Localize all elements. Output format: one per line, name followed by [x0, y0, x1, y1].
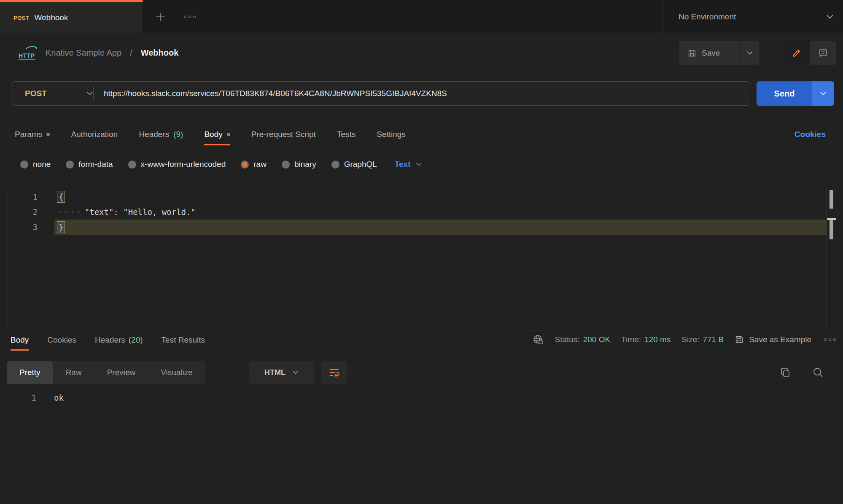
response-tab-body[interactable]: Body [11, 330, 29, 351]
tab-method-badge: POST [13, 15, 29, 21]
ellipsis-icon [184, 16, 196, 18]
line-number: 1 [8, 192, 38, 201]
tab-options-button[interactable] [177, 0, 202, 33]
open-request-tab[interactable]: POST Webhook [0, 0, 143, 33]
edit-documentation-button[interactable] [783, 41, 810, 65]
response-header: Body Cookies Headers (20) Test Results [0, 330, 843, 351]
comments-button[interactable] [810, 41, 836, 65]
raw-format-selector[interactable]: Text [395, 160, 423, 169]
tab-bar: POST Webhook No Environment [0, 0, 843, 33]
breadcrumb-separator: / [130, 48, 132, 58]
radio-selected-icon [241, 161, 249, 169]
size-indicator: Size: 771 B [681, 335, 724, 344]
ellipsis-icon [824, 338, 836, 341]
response-options-button[interactable] [822, 337, 838, 343]
mode-graphql[interactable]: GraphQL [331, 160, 377, 169]
scrollbar-marker [830, 190, 833, 209]
line-number: 2 [8, 207, 38, 217]
method-selector[interactable]: POST [11, 89, 93, 98]
wrap-lines-button[interactable] [321, 361, 347, 384]
send-button-group: Send [757, 81, 834, 106]
request-body-editor[interactable]: 1 { 2 ····"text": "Hello, world." 3 } [8, 189, 836, 330]
response-toolbar: Pretty Raw Preview Visualize HTML [0, 361, 843, 384]
status-value: 200 OK [583, 335, 610, 344]
mode-x-www-form-urlencoded[interactable]: x-www-form-urlencoded [128, 160, 226, 169]
mode-form-data[interactable]: form-data [66, 160, 113, 169]
response-tab-cookies[interactable]: Cookies [47, 330, 76, 351]
matched-bracket: } [57, 221, 65, 233]
response-headers-count: (20) [129, 335, 143, 345]
breadcrumb-collection[interactable]: Knative Sample App [46, 48, 121, 58]
save-label: Save [702, 48, 720, 58]
response-text: ok [54, 393, 64, 402]
new-tab-button[interactable] [150, 0, 171, 33]
response-tab-headers[interactable]: Headers (20) [95, 330, 143, 351]
time-value: 120 ms [644, 335, 671, 344]
url-input[interactable]: https://hooks.slack.com/services/T06TD83… [94, 89, 750, 98]
radio-icon [331, 161, 339, 169]
save-button[interactable]: Save [679, 41, 740, 65]
chevron-down-icon [820, 91, 827, 96]
chevron-down-icon [826, 14, 834, 19]
send-options-button[interactable] [812, 81, 834, 106]
search-icon [812, 367, 824, 378]
save-button-group: Save [679, 41, 759, 65]
tab-pre-request-script[interactable]: Pre-request Script [251, 125, 316, 145]
environment-label: No Environment [679, 12, 826, 21]
save-as-example-button[interactable]: Save as Example [735, 335, 811, 344]
mode-binary[interactable]: binary [282, 160, 316, 169]
editor-scrollbar[interactable] [827, 189, 836, 330]
headers-count: (9) [173, 130, 183, 139]
send-button[interactable]: Send [757, 81, 812, 106]
line-number: 3 [8, 223, 38, 232]
code-text: "text": "Hello, world." [85, 207, 196, 217]
response-meta: Status: 200 OK Time: 120 ms Size: 771 B … [533, 330, 838, 349]
plus-icon [155, 11, 166, 22]
scrollbar-marker [830, 220, 833, 239]
postman-window: POST Webhook No Environment HTTP [0, 0, 843, 504]
body-mode-row: none form-data x-www-form-urlencoded raw… [0, 155, 843, 174]
whitespace-dots: ···· [57, 207, 83, 217]
chevron-down-icon [746, 51, 753, 55]
chevron-down-icon [86, 91, 93, 96]
editor-line-active: 3 } [8, 220, 836, 235]
tab-headers[interactable]: Headers (9) [139, 125, 183, 145]
response-view-switcher: Pretty Raw Preview Visualize [7, 361, 205, 384]
editor-line: 1 { [8, 189, 836, 204]
environment-selector[interactable]: No Environment [662, 0, 843, 33]
response-tab-test-results[interactable]: Test Results [162, 330, 205, 351]
copy-response-button[interactable] [776, 361, 795, 384]
cookies-link[interactable]: Cookies [795, 125, 826, 144]
view-pretty-button[interactable]: Pretty [7, 361, 53, 384]
tab-title: Webhook [34, 13, 68, 22]
green-dot-indicator [227, 133, 230, 136]
view-preview-button[interactable]: Preview [94, 361, 148, 384]
matched-bracket: { [57, 191, 65, 203]
tab-params[interactable]: Params [15, 125, 50, 145]
breadcrumb: HTTP Knative Sample App / Webhook [19, 33, 178, 72]
radio-icon [128, 161, 136, 169]
view-visualize-button[interactable]: Visualize [148, 361, 205, 384]
mode-none[interactable]: none [20, 160, 51, 169]
green-dot-indicator [46, 133, 50, 136]
http-arrow-icon [25, 45, 38, 50]
search-response-button[interactable] [809, 361, 827, 384]
method-label: POST [25, 89, 86, 98]
text-wrap-icon [329, 367, 340, 378]
tab-authorization[interactable]: Authorization [71, 125, 118, 145]
tab-body[interactable]: Body [204, 125, 230, 145]
url-builder-row: POST https://hooks.slack.com/services/T0… [0, 81, 843, 106]
side-panel-toggle-group [783, 41, 836, 65]
url-input-box: POST https://hooks.slack.com/services/T0… [11, 81, 750, 106]
breadcrumb-request-name[interactable]: Webhook [141, 48, 179, 58]
mode-raw[interactable]: raw [241, 160, 267, 169]
response-format-selector[interactable]: HTML [249, 361, 314, 384]
tab-settings[interactable]: Settings [377, 125, 406, 145]
response-body-viewer[interactable]: 1 ok [0, 389, 843, 406]
editor-line: 2 ····"text": "Hello, world." [8, 204, 836, 220]
request-actions: Save [679, 41, 836, 65]
view-raw-button[interactable]: Raw [53, 361, 94, 384]
tab-tests[interactable]: Tests [337, 125, 356, 145]
copy-icon [779, 367, 791, 378]
save-options-button[interactable] [741, 41, 759, 65]
